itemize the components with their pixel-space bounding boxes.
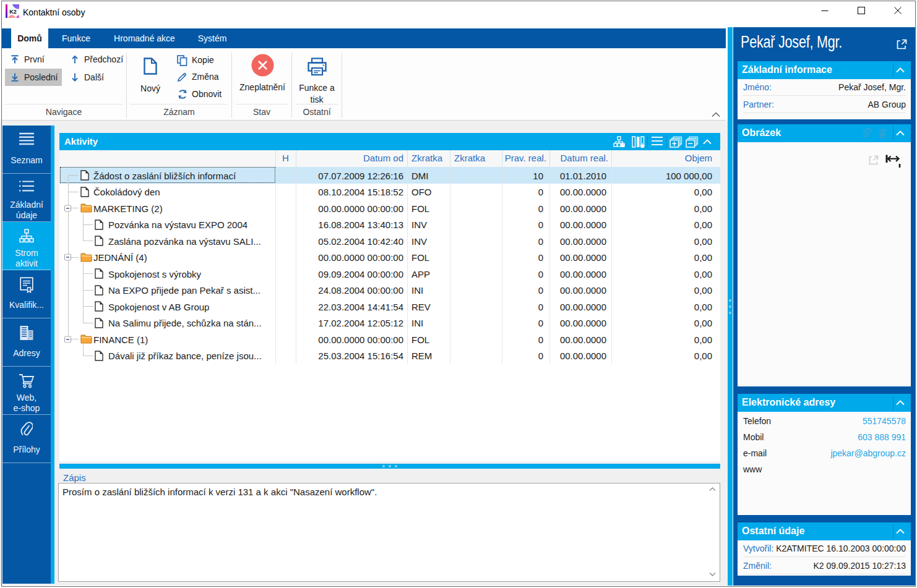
close-button[interactable] xyxy=(884,0,912,20)
tab-syst-m[interactable]: Systém xyxy=(191,28,234,48)
invalidate-button[interactable]: Zneplatnění xyxy=(235,54,290,93)
sidebar-item-label: Web,e-shop xyxy=(2,393,51,414)
column-header-h[interactable]: H xyxy=(275,153,296,163)
expand-all-icon[interactable] xyxy=(669,136,682,148)
scroll-up-icon[interactable] xyxy=(709,487,717,493)
tab-hromadn-akce[interactable]: Hromadné akce xyxy=(104,28,185,48)
columns-icon[interactable] xyxy=(632,136,645,148)
nav-button-arrow-top[interactable]: První xyxy=(5,51,62,68)
cell-zkratka: REM xyxy=(411,351,432,361)
detail-row: Vytvořil:K2ATMITEC 16.10.2003 00:00:00 xyxy=(743,540,906,557)
vertical-splitter[interactable] xyxy=(728,27,733,586)
detail-row-value[interactable]: 603 888 991 xyxy=(858,432,906,442)
sidebar-item-tree[interactable]: Stromaktivit xyxy=(2,222,54,270)
sidebar-item-menu[interactable]: Seznam xyxy=(2,126,51,174)
arrow-down-icon xyxy=(70,72,80,82)
sidebar-item-cart[interactable]: Web,e-shop xyxy=(2,367,51,415)
sidebar-item-label: Kvalifik... xyxy=(2,300,51,310)
table-row[interactable]: Pozvánka na výstavu EXPO 200416.08.2004 … xyxy=(59,216,720,233)
expander-icon[interactable] xyxy=(64,254,71,261)
section-title: Základní informace xyxy=(742,64,832,75)
sidebar-item-paperclip[interactable]: Přílohy xyxy=(2,415,51,463)
document-icon xyxy=(95,236,103,246)
cell-prav_real: 0 xyxy=(538,268,543,279)
tree-view-icon[interactable] xyxy=(613,136,625,148)
fit-width-icon[interactable] xyxy=(885,155,902,168)
minimize-button[interactable] xyxy=(811,0,839,20)
attach-image-icon[interactable] xyxy=(861,128,871,138)
grip-dot xyxy=(395,465,397,467)
cell-name: Spokojenost v AB Group xyxy=(108,301,209,312)
nav-button-arrow-bottom[interactable]: Poslední xyxy=(5,69,62,86)
cell-datum_od: 25.03.2004 15:16:54 xyxy=(318,351,403,361)
column-header-objem[interactable]: Objem xyxy=(685,153,712,163)
tab-funkce[interactable]: Funkce xyxy=(54,28,98,48)
cell-datum_real: 00.00.0000 xyxy=(560,252,606,263)
close-icon xyxy=(894,7,902,14)
nav-button-arrow-down[interactable]: Další xyxy=(65,69,124,86)
chevron-up-icon[interactable] xyxy=(896,67,905,73)
column-header-zkratka[interactable]: Zkratka xyxy=(411,153,442,163)
detail-row: Mobil603 888 991 xyxy=(743,429,906,445)
chevron-up-icon[interactable] xyxy=(896,130,905,136)
table-row[interactable]: Na EXPO přijede pan Pekař s asist...24.0… xyxy=(59,282,720,299)
table-row[interactable]: Na Salimu přijede, schůzka na stán...17.… xyxy=(59,315,720,331)
maximize-button[interactable] xyxy=(847,0,876,20)
section-title: Ostatní údaje xyxy=(742,526,804,537)
nav-button-arrow-up[interactable]: Předchozí xyxy=(65,51,124,68)
button-pencil[interactable]: Změna xyxy=(177,69,219,85)
panel-collapse-icon[interactable] xyxy=(703,139,712,145)
chevron-up-icon[interactable] xyxy=(896,400,905,406)
sidebar-item-certificate[interactable]: Kvalifik... xyxy=(2,270,51,318)
new-record-button[interactable]: Nový xyxy=(135,54,166,95)
table-row[interactable]: Žádost o zaslání bližších informací07.07… xyxy=(59,167,720,184)
functions-print-button[interactable]: Funkce a tisk xyxy=(296,54,338,106)
cell-name: MARKETING (2) xyxy=(93,203,163,213)
ribbon-collapse-button[interactable] xyxy=(709,110,723,119)
table-row[interactable]: Spokojenost v AB Group22.03.2004 14:41:5… xyxy=(59,298,720,315)
tab-dom-[interactable]: Domů xyxy=(11,28,48,48)
section-header[interactable]: Obrázek xyxy=(738,124,911,142)
delete-image-icon[interactable] xyxy=(878,128,887,138)
expander-icon[interactable] xyxy=(64,205,71,211)
section-header[interactable]: Elektronické adresy xyxy=(738,394,911,412)
open-image-icon[interactable] xyxy=(868,155,879,166)
button-refresh[interactable]: Obnovit xyxy=(177,86,222,102)
sidebar-item-list[interactable]: Základníúdaje xyxy=(2,174,51,222)
button-copy[interactable]: Kopie xyxy=(177,52,214,68)
expander-icon[interactable] xyxy=(64,336,71,343)
section-header[interactable]: Ostatní údaje xyxy=(738,522,911,540)
horizontal-splitter[interactable] xyxy=(59,464,720,469)
detail-row-value[interactable]: 551745578 xyxy=(863,416,906,426)
table-row[interactable]: Spokojenost s výrobky09.09.2004 00:00:00… xyxy=(59,265,720,282)
menu-lines-icon[interactable] xyxy=(651,136,663,146)
table-row[interactable]: FINANCE (1)00.00.0000 00:00:00FOL000.00.… xyxy=(59,331,720,347)
column-separator xyxy=(450,167,450,364)
cell-zkratka: OFO xyxy=(411,187,432,197)
column-header-prav-real-[interactable]: Prav. real. xyxy=(505,153,546,163)
table-row[interactable]: Dávali již příkaz bance, peníze jsou...2… xyxy=(59,347,720,364)
grip-dot xyxy=(729,299,731,302)
table-row[interactable]: Zaslána pozvánka na výstavu SALI...05.02… xyxy=(59,232,720,249)
cell-zkratka: INV xyxy=(411,236,427,246)
collapse-all-icon[interactable] xyxy=(686,136,699,148)
table-row[interactable]: JEDNÁNÍ (4)00.00.0000 00:00:00FOL000.00.… xyxy=(59,249,720,266)
detail-row-value[interactable]: jpekar@abgroup.cz xyxy=(830,448,906,458)
paperclip-icon xyxy=(20,422,33,438)
scroll-down-icon[interactable] xyxy=(709,572,717,578)
chevron-up-icon[interactable] xyxy=(896,529,905,534)
section-header[interactable]: Základní informace xyxy=(738,61,911,79)
column-header-datum-od[interactable]: Datum od xyxy=(363,153,403,163)
column-header-datum-real-[interactable]: Datum real. xyxy=(560,153,608,163)
cell-datum_real: 00.00.0000 xyxy=(560,285,606,296)
table-row[interactable]: MARKETING (2)00.00.0000 00:00:00FOL000.0… xyxy=(59,200,720,216)
popout-icon[interactable] xyxy=(896,38,908,50)
button-label: Změna xyxy=(192,72,219,82)
table-row[interactable]: Čokoládový den08.10.2004 15:18:52OFO000.… xyxy=(59,184,720,200)
arrow-up-icon xyxy=(70,54,80,64)
zapis-text: Prosím o zaslání bližších informací k ve… xyxy=(62,487,377,497)
column-header-zkratka[interactable]: Zkratka xyxy=(454,153,485,163)
copy-icon xyxy=(177,55,187,66)
sidebar-item-buildings[interactable]: Adresy xyxy=(2,318,51,367)
zapis-textarea[interactable]: Prosím o zaslání bližších informací k ve… xyxy=(58,483,720,582)
